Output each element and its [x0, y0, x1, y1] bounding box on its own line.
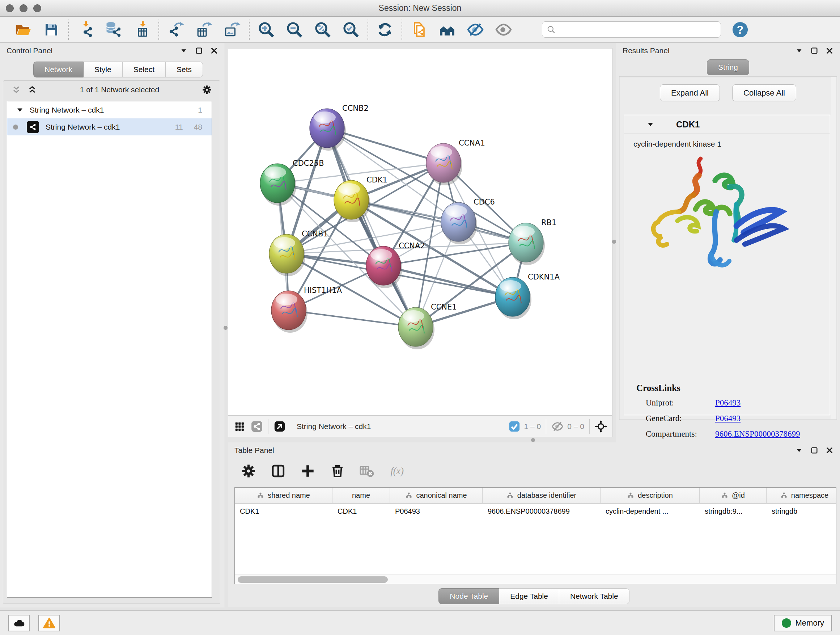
tab-network-table[interactable]: Network Table — [559, 588, 630, 604]
search-input[interactable] — [559, 25, 716, 34]
export-image-icon[interactable] — [224, 21, 241, 38]
crosshair-icon[interactable] — [595, 420, 607, 432]
column-header--id[interactable]: @id — [699, 488, 767, 503]
hide-selected-icon[interactable] — [467, 21, 484, 38]
network-canvas[interactable]: CCNB2CCNA1CDC25BCDK1CDC6RB1CCNB1CCNA2CDK… — [228, 48, 613, 416]
node-RB1[interactable]: RB1 — [508, 218, 556, 265]
results-scrollbar[interactable] — [831, 77, 836, 419]
float-icon[interactable] — [195, 47, 203, 55]
close-icon[interactable] — [210, 47, 218, 55]
refresh-icon[interactable] — [376, 21, 393, 38]
column-header-database-identifier[interactable]: database identifier — [483, 488, 600, 503]
tab-node-table[interactable]: Node Table — [439, 588, 499, 604]
cell-name[interactable]: CDK1 — [332, 507, 390, 516]
cell-database-identifier[interactable]: 9606.ENSP00000378699 — [483, 507, 600, 516]
tab-edge-table[interactable]: Edge Table — [499, 588, 559, 604]
tab-select[interactable]: Select — [123, 62, 166, 78]
cell--id[interactable]: stringdb:9... — [699, 507, 767, 516]
open-session-icon[interactable] — [14, 21, 32, 38]
first-neighbors-icon[interactable] — [439, 21, 456, 38]
birdseye-icon[interactable] — [273, 420, 286, 432]
float-icon[interactable] — [810, 47, 818, 55]
cloud-button[interactable] — [8, 615, 30, 631]
node-CDC6[interactable]: CDC6 — [441, 198, 495, 244]
node-CCNA1[interactable]: CCNA1 — [426, 139, 485, 185]
clone-network-icon[interactable] — [410, 21, 428, 38]
column-header-name[interactable]: name — [332, 488, 390, 503]
left-splitter-handle[interactable] — [224, 326, 227, 330]
memory-button[interactable]: Memory — [774, 615, 832, 631]
hscrollbar-thumb[interactable] — [238, 576, 388, 583]
node-CCNB2[interactable]: CCNB2 — [309, 104, 369, 150]
close-icon[interactable] — [826, 447, 834, 454]
node-CDK1[interactable]: CDK1 — [334, 176, 387, 222]
node-CDKN1A[interactable]: CDKN1A — [495, 272, 560, 319]
column-header-canonical-name[interactable]: canonical name — [390, 488, 483, 503]
triangle-down-icon[interactable] — [646, 120, 654, 128]
column-header-description[interactable]: description — [600, 488, 699, 503]
cell-namespace[interactable]: stringdb — [767, 507, 840, 516]
tab-network[interactable]: Network — [33, 62, 84, 78]
column-header-namespace[interactable]: namespace — [767, 488, 840, 503]
zoom-fit-icon[interactable] — [314, 21, 332, 38]
cell-description[interactable]: cyclin-dependent ... — [600, 507, 699, 516]
cell-canonical-name[interactable]: P06493 — [390, 507, 483, 516]
export-table-icon[interactable] — [195, 21, 213, 38]
expand-all-button[interactable]: Expand All — [660, 84, 720, 101]
eye-off-icon[interactable] — [551, 420, 564, 432]
zoom-out-icon[interactable] — [286, 21, 303, 38]
crosslink-row: Uniprot: P06493 — [646, 398, 821, 408]
cell-shared-name[interactable]: CDK1 — [235, 507, 332, 516]
edge-CCNB2-CCNE1[interactable] — [327, 128, 416, 327]
network-row[interactable]: String Network – cdk1 11 48 — [7, 119, 212, 135]
collapse-all-icon[interactable] — [11, 85, 21, 95]
close-icon[interactable] — [826, 47, 834, 55]
export-network-icon[interactable] — [167, 21, 185, 38]
table-header-row: shared namenamecanonical namedatabase id… — [235, 488, 836, 504]
table-hscrollbar[interactable] — [235, 575, 836, 584]
gear-icon[interactable] — [241, 463, 256, 478]
checkbox-icon[interactable] — [508, 420, 521, 432]
trash-icon[interactable] — [330, 463, 345, 478]
triangle-down-icon[interactable] — [16, 106, 24, 114]
network-graph[interactable]: CCNB2CCNA1CDC25BCDK1CDC6RB1CCNB1CCNA2CDK… — [228, 49, 612, 415]
grid-icon[interactable] — [233, 420, 246, 432]
help-icon[interactable]: ? — [732, 21, 748, 38]
network-collection-row[interactable]: String Network – cdk1 1 — [7, 101, 212, 119]
right-splitter-handle[interactable] — [612, 240, 616, 244]
expand-all-icon[interactable] — [27, 85, 37, 95]
tab-style[interactable]: Style — [84, 62, 123, 78]
column-header-shared-name[interactable]: shared name — [235, 488, 332, 503]
tab-sets[interactable]: Sets — [166, 62, 203, 78]
node-result-header[interactable]: CDK1 — [624, 115, 830, 134]
node-CCNB1[interactable]: CCNB1 — [269, 230, 328, 276]
import-table-icon[interactable] — [133, 21, 150, 38]
genecard-link[interactable]: P06493 — [715, 414, 741, 423]
import-database-icon[interactable] — [105, 21, 122, 38]
zoom-selected-icon[interactable] — [342, 21, 360, 38]
horizontal-splitter-handle[interactable] — [531, 438, 535, 442]
node-HIST1H1A[interactable]: HIST1H1A — [271, 286, 342, 333]
warning-button[interactable] — [38, 615, 60, 631]
caret-down-icon[interactable] — [795, 447, 803, 454]
share-icon[interactable] — [251, 420, 263, 432]
caret-down-icon[interactable] — [795, 47, 803, 55]
node-CCNE1[interactable]: CCNE1 — [398, 302, 457, 349]
collapse-all-button[interactable]: Collapse All — [732, 84, 796, 101]
uniprot-link[interactable]: P06493 — [715, 398, 741, 408]
edge-HIST1H1A-CCNE1[interactable] — [289, 310, 416, 327]
show-all-icon[interactable] — [495, 21, 512, 38]
gear-icon[interactable] — [202, 85, 212, 95]
table-row[interactable]: CDK1CDK1P064939606.ENSP00000378699cyclin… — [235, 504, 836, 519]
split-columns-icon[interactable] — [271, 463, 286, 478]
float-icon[interactable] — [810, 447, 818, 454]
save-session-icon[interactable] — [43, 21, 60, 38]
compartments-link[interactable]: 9606.ENSP00000378699 — [715, 429, 800, 439]
tab-string[interactable]: String — [707, 59, 749, 75]
window-title: Session: New Session — [0, 3, 840, 13]
import-network-icon[interactable] — [77, 21, 94, 38]
plus-icon[interactable] — [300, 463, 316, 478]
search-box[interactable] — [542, 21, 721, 38]
zoom-in-icon[interactable] — [257, 21, 275, 38]
caret-down-icon[interactable] — [180, 47, 188, 55]
